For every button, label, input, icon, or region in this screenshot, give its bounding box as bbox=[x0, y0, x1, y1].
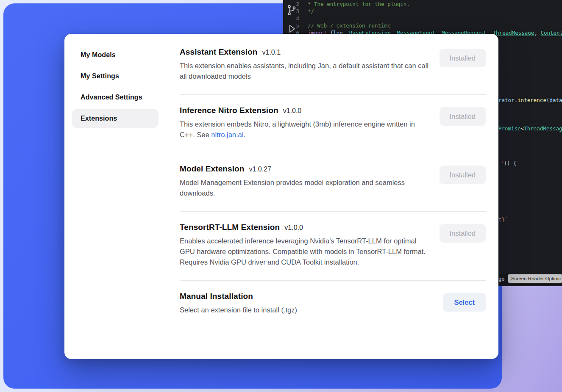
sidebar-item-advanced-settings[interactable]: Advanced Settings bbox=[72, 88, 159, 107]
sidebar-item-my-models[interactable]: My Models bbox=[72, 46, 159, 64]
extension-description: This extension embeds Nitro, a lightweig… bbox=[180, 119, 430, 140]
code-line: 5// Web / extension runtime bbox=[283, 22, 562, 29]
manual-installation-title: Manual Installation bbox=[180, 292, 253, 301]
settings-sidebar: My Models My Settings Advanced Settings … bbox=[64, 34, 165, 359]
sidebar-item-my-settings[interactable]: My Settings bbox=[72, 67, 159, 86]
extension-description: Model Management Extension provides mode… bbox=[180, 177, 430, 199]
line-number: 3 bbox=[283, 8, 308, 15]
code-fragment: rator.inference(data)); bbox=[498, 97, 562, 104]
extension-description: This extension enables assistants, inclu… bbox=[180, 61, 430, 82]
manual-installation-row: Manual Installation Select an extension … bbox=[180, 281, 486, 328]
extension-version: v1.0.1 bbox=[262, 49, 281, 56]
extension-description: Enables accelerated inference leveraging… bbox=[180, 236, 430, 268]
extension-name: TensortRT-LLM Extension bbox=[180, 223, 280, 232]
line-number: 4 bbox=[283, 15, 308, 22]
sidebar-item-label: Extensions bbox=[81, 115, 117, 122]
installed-button[interactable]: Installed bbox=[440, 49, 486, 67]
extension-name: Model Extension bbox=[180, 164, 244, 174]
extension-version: v1.0.0 bbox=[283, 107, 302, 115]
line-number: 2 bbox=[283, 0, 308, 8]
extension-row-nitro: Inference Nitro Extension v1.0.0 This ex… bbox=[180, 95, 486, 153]
line-number: 5 bbox=[283, 22, 308, 29]
desktop: 2* The entrypoint for the plugin. 3*/ 4 … bbox=[0, 0, 562, 392]
installed-button[interactable]: Installed bbox=[440, 107, 486, 126]
sidebar-item-label: My Models bbox=[81, 51, 116, 59]
extension-name: Assistant Extension bbox=[180, 47, 258, 57]
code-line: 3*/ bbox=[283, 8, 562, 15]
code-fragment: t}` bbox=[498, 216, 508, 223]
settings-modal: My Models My Settings Advanced Settings … bbox=[64, 34, 498, 359]
screen-reader-badge[interactable]: Screen Reader Optimize bbox=[508, 274, 562, 283]
nitro-jan-ai-link[interactable]: nitro.jan.ai. bbox=[211, 131, 245, 138]
extension-name: Inference Nitro Extension bbox=[180, 106, 278, 115]
extension-version: v1.0.0 bbox=[284, 224, 303, 232]
extension-row-tensorrt: TensortRT-LLM Extension v1.0.0 Enables a… bbox=[180, 212, 486, 281]
installed-button[interactable]: Installed bbox=[440, 166, 486, 184]
code-line: 2* The entrypoint for the plugin. bbox=[283, 0, 562, 8]
sidebar-item-label: Advanced Settings bbox=[81, 94, 142, 101]
extension-row-assistant: Assistant Extension v1.0.1 This extensio… bbox=[180, 36, 486, 95]
installed-button[interactable]: Installed bbox=[440, 224, 486, 243]
code-fragment: ')) { bbox=[501, 160, 517, 167]
extensions-list: Assistant Extension v1.0.1 This extensio… bbox=[165, 34, 498, 359]
code-line: 4 bbox=[283, 15, 562, 22]
code-fragment: Promise<ThreadMessage> bbox=[498, 125, 562, 132]
extension-row-model: Model Extension v1.0.27 Model Management… bbox=[180, 153, 486, 212]
status-left-text: go bbox=[498, 276, 504, 283]
select-file-button[interactable]: Select bbox=[443, 293, 486, 312]
manual-installation-description: Select an extension file to install (.tg… bbox=[180, 305, 430, 315]
sidebar-item-label: My Settings bbox=[81, 72, 119, 80]
sidebar-item-extensions[interactable]: Extensions bbox=[72, 109, 159, 128]
code-lines: 2* The entrypoint for the plugin. 3*/ 4 … bbox=[283, 0, 562, 36]
extension-version: v1.0.27 bbox=[249, 166, 271, 173]
